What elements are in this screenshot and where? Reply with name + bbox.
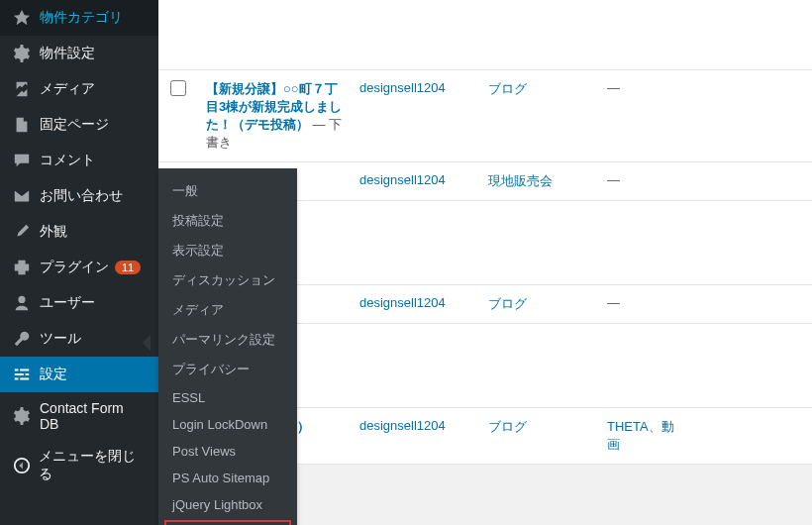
- submenu-discussion[interactable]: ディスカッション: [158, 265, 297, 295]
- sidebar-label: 物件カテゴリ: [40, 9, 123, 27]
- sidebar-item-property-settings[interactable]: 物件設定: [0, 36, 158, 71]
- tools-icon: [12, 329, 32, 349]
- sidebar-item-comments[interactable]: コメント: [0, 143, 158, 178]
- sidebar-label: メディア: [40, 80, 95, 98]
- submenu-media[interactable]: メディア: [158, 295, 297, 325]
- category-link[interactable]: ブログ: [488, 296, 527, 311]
- author-link[interactable]: designsell1204: [359, 172, 446, 187]
- category-icon: [12, 8, 32, 28]
- sidebar-item-users[interactable]: ユーザー: [0, 285, 158, 321]
- sidebar-label: Contact Form DB: [40, 400, 147, 432]
- sidebar-item-appearance[interactable]: 外観: [0, 214, 158, 250]
- author-link[interactable]: designsell1204: [359, 295, 446, 310]
- media-icon: [12, 79, 32, 99]
- submenu-ps-auto-sitemap[interactable]: PS Auto Sitemap: [158, 465, 297, 491]
- sidebar-label: お問い合わせ: [40, 187, 123, 205]
- dash: —: [607, 295, 620, 310]
- brush-icon: [12, 222, 32, 242]
- author-link[interactable]: designsell1204: [359, 80, 446, 95]
- sidebar-label: 物件設定: [40, 45, 95, 62]
- page-icon: [12, 115, 32, 135]
- table-row: [158, 0, 812, 69]
- author-link[interactable]: designsell1204: [359, 418, 446, 433]
- sidebar-label: ユーザー: [40, 294, 95, 312]
- user-icon: [12, 293, 32, 313]
- category-link[interactable]: ブログ: [488, 419, 527, 434]
- submenu-essl[interactable]: ESSL: [158, 384, 297, 411]
- sidebar-item-property-category[interactable]: 物件カテゴリ: [0, 0, 158, 36]
- submenu-jquery-lightbox[interactable]: jQuery Lightbox: [158, 491, 297, 518]
- category-link[interactable]: 現地販売会: [488, 173, 553, 188]
- sidebar-item-settings[interactable]: 設定: [0, 357, 158, 392]
- submenu-arrow: [143, 335, 151, 351]
- gear-icon: [12, 44, 32, 63]
- settings-icon: [12, 365, 32, 384]
- plugin-update-badge: 11: [115, 261, 141, 274]
- mail-icon: [12, 186, 32, 206]
- tags[interactable]: THETA、動画: [607, 419, 674, 452]
- collapse-icon: [12, 456, 31, 475]
- submenu-login-lockdown[interactable]: Login LockDown: [158, 411, 297, 438]
- sidebar-item-contact[interactable]: お問い合わせ: [0, 178, 158, 214]
- table-row: 【新規分譲】○○町７丁目3棟が新規完成しました！（デモ投稿） — 下書き des…: [158, 69, 812, 161]
- submenu-post-views[interactable]: Post Views: [158, 438, 297, 465]
- sidebar-item-tools[interactable]: ツール: [0, 321, 158, 357]
- sidebar-label: 外観: [40, 223, 67, 241]
- row-checkbox[interactable]: [170, 80, 186, 96]
- submenu-writing[interactable]: 投稿設定: [158, 206, 297, 236]
- sidebar-label: メニューを閉じる: [39, 448, 147, 483]
- sidebar-item-plugins[interactable]: プラグイン 11: [0, 250, 158, 285]
- dash: —: [607, 172, 620, 187]
- gear-icon: [12, 406, 32, 426]
- admin-sidebar: 物件カテゴリ 物件設定 メディア 固定ページ コメント お問い合わせ 外観 プラ…: [0, 0, 158, 525]
- submenu-reading[interactable]: 表示設定: [158, 236, 297, 265]
- sidebar-label: 固定ページ: [40, 116, 109, 134]
- sidebar-label: 設定: [40, 366, 67, 383]
- submenu-privacy[interactable]: プライバシー: [158, 355, 297, 384]
- sidebar-item-collapse[interactable]: メニューを閉じる: [0, 440, 158, 491]
- submenu-general[interactable]: 一般: [158, 176, 297, 206]
- sidebar-item-contact-form-db[interactable]: Contact Form DB: [0, 392, 158, 440]
- sidebar-label: プラグイン: [40, 259, 109, 276]
- dash: —: [607, 80, 620, 95]
- sidebar-label: ツール: [40, 330, 81, 348]
- comment-icon: [12, 151, 32, 170]
- submenu-permalink[interactable]: パーマリンク設定: [158, 325, 297, 355]
- sidebar-label: コメント: [40, 152, 95, 169]
- category-link[interactable]: ブログ: [488, 81, 527, 96]
- sidebar-item-pages[interactable]: 固定ページ: [0, 107, 158, 143]
- submenu-highlight-box: 簡単不動産プロ: [164, 520, 291, 525]
- sidebar-item-media[interactable]: メディア: [0, 71, 158, 107]
- plugin-icon: [12, 258, 32, 277]
- settings-submenu: 一般 投稿設定 表示設定 ディスカッション メディア パーマリンク設定 プライバ…: [158, 168, 297, 525]
